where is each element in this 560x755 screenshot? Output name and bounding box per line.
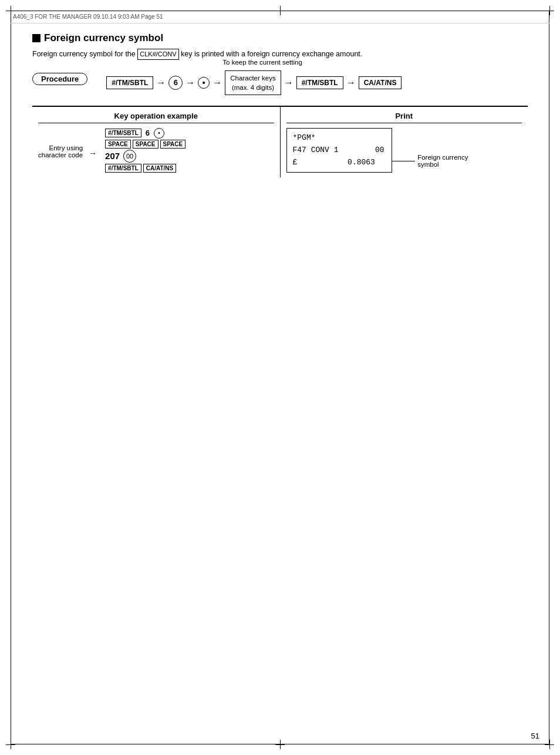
receipt-line-2: F47 CONV 1 00 (293, 144, 386, 157)
flow-arrow-3: → (212, 77, 222, 88)
print-column: Print *PGM* F47 CONV 1 00 £ 0.8063 Forei… (281, 107, 528, 177)
key-tmsbtl-r1: #/TM/SBTL (105, 129, 141, 137)
key-operation-header: Key operation example (38, 112, 274, 123)
flow-arrow-4: → (284, 77, 294, 88)
page-border-left (11, 11, 11, 744)
page-number: 51 (531, 732, 539, 740)
flow-dot: • (198, 77, 210, 89)
key-row-2: SPACE SPACE SPACE (105, 140, 185, 149)
foreign-currency-label-block: Foreign currencysymbol (392, 154, 468, 168)
flow-box-tmsbtl-2: #/TM/SBTL (296, 76, 343, 89)
key-sequence: #/TM/SBTL 6 • SPACE SPACE SPACE 207 00 (105, 128, 185, 173)
key-operation-column: Key operation example Entry using charac… (32, 107, 281, 177)
key-row-3: 207 00 (105, 150, 185, 163)
foreign-currency-label-text: Foreign currencysymbol (417, 154, 468, 168)
keep-setting-label: To keep the current setting (222, 59, 302, 66)
lower-section: Key operation example Entry using charac… (32, 106, 528, 177)
section-title-text: Foreign currency symbol (44, 32, 163, 44)
key-tmsbtl-r4: #/TM/SBTL (105, 164, 141, 173)
clk-conv-key: CLK#/CONV (137, 49, 178, 60)
receipt-line-1: *PGM* (293, 132, 386, 144)
crosshair-bottom-right (545, 740, 554, 749)
key-caatns: CA/AT/NS (143, 164, 176, 173)
key-00-circle: 00 (123, 150, 136, 163)
char-keys-line2: (max. 4 digits) (230, 83, 275, 92)
crosshair-center-bottom (275, 740, 285, 749)
procedure-area: Procedure To keep the current setting #/… (32, 70, 528, 95)
key-207: 207 (105, 151, 120, 161)
print-area: *PGM* F47 CONV 1 00 £ 0.8063 Foreign cur… (286, 128, 392, 173)
receipt-line-3: £ 0.8063 (293, 157, 386, 169)
section-title: Foreign currency symbol (32, 32, 528, 44)
flow-diagram-container: To keep the current setting #/TM/SBTL → … (99, 70, 402, 95)
key-space-2: SPACE (133, 140, 158, 149)
entry-label-block: Entry using character code (38, 144, 83, 159)
key-row-1: #/TM/SBTL 6 • (105, 128, 185, 139)
entry-label-line1: Entry using (49, 144, 83, 151)
flow-arrow-2: → (185, 77, 195, 88)
page-border-right (549, 11, 549, 744)
flow-arrow-5: → (346, 77, 356, 88)
entry-arrow-icon: → (89, 149, 97, 158)
title-square-icon (32, 34, 41, 42)
procedure-badge: Procedure (32, 73, 87, 85)
char-keys-line1: Character keys (230, 73, 275, 83)
main-content: Foreign currency symbol Foreign currency… (32, 32, 528, 177)
intro-text-before: Foreign currency symbol for the (32, 50, 136, 58)
entry-label-line2: character code (38, 151, 83, 159)
flow-box-tmsbtl-1: #/TM/SBTL (106, 76, 153, 89)
flow-box-caatns: CA/AT/NS (359, 76, 402, 89)
header-text: A406_3 FOR THE MANAGER 09.10.14 9:03 AM … (13, 14, 163, 20)
print-receipt: *PGM* F47 CONV 1 00 £ 0.8063 (286, 128, 392, 173)
page-header: A406_3 FOR THE MANAGER 09.10.14 9:03 AM … (11, 11, 549, 23)
flow-arrow-1: → (156, 77, 166, 88)
procedure-flow-row: #/TM/SBTL → 6 → • → Character keys (max.… (106, 70, 402, 95)
label-line (392, 161, 415, 161)
key-op-content: Entry using character code → #/TM/SBTL 6… (38, 128, 274, 173)
key-space-3: SPACE (160, 140, 186, 149)
key-dot-circle: • (154, 128, 164, 139)
key-row-4: #/TM/SBTL CA/AT/NS (105, 164, 185, 173)
flow-circle-6: 6 (168, 76, 183, 90)
intro-text-after: key is printed with a foreign currency e… (181, 50, 362, 58)
flow-char-keys-box: Character keys (max. 4 digits) (225, 70, 281, 95)
key-space-1: SPACE (105, 140, 131, 149)
crosshair-bottom-left (6, 740, 15, 749)
print-header: Print (286, 112, 522, 123)
key-6: 6 (146, 129, 150, 137)
